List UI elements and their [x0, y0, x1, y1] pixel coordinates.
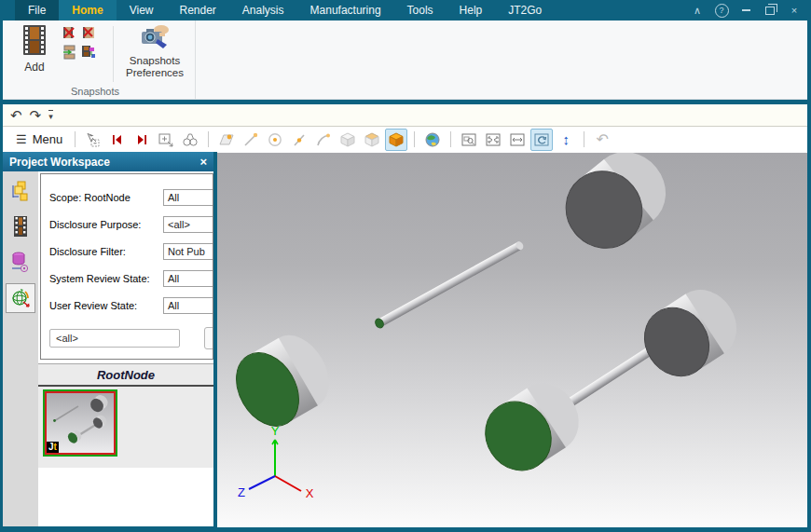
snapshots-group-label: Snapshots — [3, 86, 187, 97]
collapse-ribbon-icon[interactable]: ∧ — [690, 4, 705, 17]
shaded-edges-mode-icon[interactable] — [361, 129, 383, 151]
toolbar-separator — [414, 131, 415, 147]
add-snapshot-button[interactable]: Add — [14, 25, 55, 74]
jt-badge: Jt — [47, 442, 59, 453]
pan-vertical-icon[interactable]: ↕ — [555, 129, 577, 151]
solid-mode-icon[interactable] — [385, 129, 407, 151]
axis-x-label: X — [306, 486, 314, 500]
project-workspace-header[interactable]: Project Workspace × — [3, 152, 213, 171]
rootnode-title: RootNode — [97, 368, 155, 382]
filter-box: Scope: RootNode All Disclosure Purpose: … — [40, 173, 213, 360]
panel-close-icon[interactable]: × — [199, 155, 207, 169]
view-undo-icon[interactable]: ↶ — [591, 129, 613, 151]
add-button-label: Add — [14, 61, 55, 74]
undo-icon[interactable]: ↶ — [10, 108, 22, 122]
wheel-assembly-rear — [632, 278, 749, 389]
filter-row-disclosure-purpose: Disclosure Purpose: <all> — [49, 211, 213, 238]
disclosure-purpose-label: Disclosure Purpose: — [49, 219, 141, 230]
tab-view[interactable]: View — [117, 0, 167, 20]
update-snapshot-icon[interactable] — [61, 44, 77, 61]
tab-help[interactable]: Help — [447, 0, 496, 20]
toolbar-separator — [584, 131, 584, 147]
rootnode-header: RootNode — [38, 363, 213, 387]
select-tool-icon[interactable] — [82, 129, 104, 151]
measure-curve-icon[interactable] — [312, 129, 335, 151]
zoom-area-icon[interactable] — [155, 129, 177, 151]
customize-qat-icon[interactable]: ▾ — [48, 110, 53, 121]
next-snapshot-icon[interactable] — [131, 129, 153, 151]
tab-file[interactable]: File — [15, 0, 59, 20]
rotate-tool-icon[interactable] — [530, 129, 553, 151]
snapshot-thumbnail-selected[interactable]: Jt — [45, 391, 116, 455]
filter-row-user-review: User Review State: All — [49, 292, 213, 319]
search-icon[interactable] — [179, 129, 201, 151]
measure-line-icon[interactable] — [240, 129, 262, 151]
menu-button-label: Menu — [33, 132, 63, 146]
assembly-tree-icon[interactable] — [7, 177, 34, 205]
tab-render[interactable]: Render — [166, 0, 228, 20]
snapshot-mini-buttons — [61, 24, 105, 61]
film-strip-icon — [22, 42, 47, 58]
minimize-icon[interactable] — [738, 4, 753, 17]
tab-jt2go[interactable]: JT2Go — [495, 0, 555, 20]
hamburger-icon: ☰ — [16, 132, 27, 146]
ribbon-home: Add — [3, 20, 807, 100]
delete-all-snapshots-icon[interactable] — [80, 24, 97, 41]
wheel-assembly-front — [473, 372, 592, 484]
tab-analysis[interactable]: Analysis — [229, 0, 297, 20]
snapshot-hierarchy-icon[interactable] — [80, 44, 97, 61]
tab-home[interactable]: Home — [59, 0, 116, 20]
all-filter-select[interactable]: <all> — [49, 329, 180, 348]
camera-icon — [139, 37, 171, 53]
disclosure-filter-label: Disclosure Filter: — [49, 246, 126, 257]
quick-access-toolbar: ↶ ↷ ▾ — [3, 104, 807, 127]
parts-filter-icon[interactable] — [7, 248, 34, 276]
delete-snapshot-icon[interactable] — [61, 24, 77, 41]
menu-button[interactable]: ☰ Menu — [10, 130, 68, 148]
toolbar-separator — [450, 131, 451, 147]
tab-tools[interactable]: Tools — [394, 0, 447, 20]
toolbar-separator — [75, 131, 76, 147]
help-circle: ? — [715, 4, 729, 18]
disclosure-purpose-select[interactable]: <all> — [163, 216, 213, 233]
measure-face-icon[interactable] — [215, 129, 238, 151]
measure-circle-icon[interactable] — [264, 129, 286, 151]
toolbar-separator — [208, 131, 209, 147]
ribbon-tab-bar: File Home View Render Analysis Manufactu… — [0, 0, 811, 20]
globe-icon[interactable] — [421, 129, 444, 151]
previous-snapshot-icon[interactable] — [106, 129, 129, 151]
snapshots-preferences-button[interactable]: Snapshots Preferences — [118, 24, 191, 79]
user-review-state-select[interactable]: All — [163, 297, 213, 314]
axis-z-label: Z — [238, 485, 245, 499]
axis-triad: Y X Z — [238, 424, 314, 500]
wheel-top-right — [550, 153, 680, 264]
filter-row-system-review: System Review State: All — [49, 265, 213, 292]
measure-midpoint-icon[interactable] — [288, 129, 310, 151]
window-controls: ∧ ? × — [690, 0, 811, 20]
tab-manufacturing[interactable]: Manufacturing — [297, 0, 394, 20]
system-review-state-select[interactable]: All — [163, 270, 213, 287]
fit-all-icon[interactable] — [482, 129, 504, 151]
zoom-window-icon[interactable] — [458, 129, 480, 151]
shaded-mode-icon[interactable] — [337, 129, 359, 151]
prefs-label: Snapshots Preferences — [118, 55, 191, 79]
help-icon[interactable]: ? — [714, 4, 729, 17]
restore-icon[interactable] — [763, 4, 777, 17]
system-review-state-label: System Review State: — [49, 273, 150, 284]
redo-icon[interactable]: ↷ — [30, 108, 42, 122]
viewport-3d[interactable]: Y X Z — [217, 152, 807, 527]
jt2go-window: File Home View Render Analysis Manufactu… — [0, 0, 811, 532]
ribbon-separator — [113, 26, 114, 82]
axle-rod — [374, 239, 525, 329]
filter-apply-button[interactable] — [204, 327, 213, 349]
snapshots-film-icon[interactable] — [7, 212, 34, 240]
disclosure-filter-select[interactable]: Not Pub — [163, 243, 213, 260]
filter-row-all: <all> — [49, 327, 213, 349]
panel-icon-strip — [3, 171, 38, 526]
visualization-icon[interactable] — [6, 283, 35, 313]
user-review-state-label: User Review State: — [49, 300, 137, 311]
scope-select[interactable]: All — [163, 189, 213, 206]
axis-y-label: Y — [271, 424, 280, 438]
fit-width-icon[interactable] — [506, 129, 529, 151]
close-icon[interactable]: × — [787, 4, 802, 17]
